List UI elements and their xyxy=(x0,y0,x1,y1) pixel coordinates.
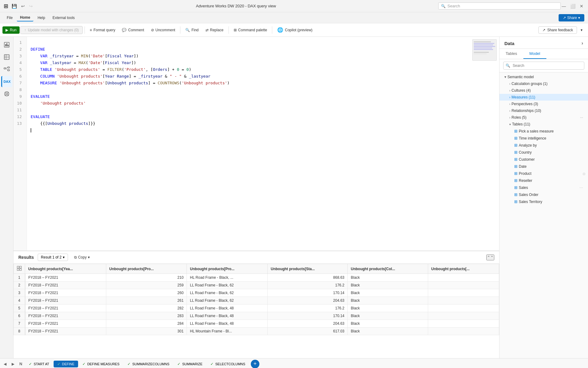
title-search-bar[interactable]: 🔍 Search xyxy=(438,2,561,10)
line-num-7: 7 xyxy=(13,80,24,86)
search-icon: 🔍 xyxy=(441,4,446,8)
cell-standard-cost: 617.03 xyxy=(267,328,348,335)
tree-table-pick-sales[interactable]: ⊞ Pick a sales measure xyxy=(499,128,588,135)
sidebar-table-icon[interactable] xyxy=(1,52,12,63)
find-icon: 🔍 xyxy=(185,28,190,32)
tree-table-reseller[interactable]: ⊞ Reseller xyxy=(499,177,588,184)
query-tab-define-measures[interactable]: ✓DEFINE MEASURES xyxy=(79,361,123,367)
sidebar-plugin-icon[interactable] xyxy=(1,88,12,99)
results-table-wrap[interactable]: Unbought products[Yea... Unbought produc… xyxy=(13,264,499,358)
cell-product-name: LL Road Frame - Black, 48 xyxy=(187,320,268,328)
save-icon[interactable]: 💾 xyxy=(11,3,18,10)
tree-table-country[interactable]: ⊞ Country xyxy=(499,149,588,156)
tree-roles[interactable]: › Roles (5) ··· xyxy=(499,114,588,121)
sales-more-icon[interactable]: ⋯ xyxy=(579,186,583,190)
replace-button[interactable]: ⇄ Replace xyxy=(202,26,227,34)
svg-rect-19 xyxy=(17,266,19,268)
result-selector[interactable]: Result 1 of 2 ▾ xyxy=(38,254,68,261)
tree-table-time-intelligence[interactable]: ⊞ Time intelligence xyxy=(499,135,588,142)
find-button[interactable]: 🔍 Find xyxy=(182,26,202,34)
cell-extra xyxy=(428,305,499,312)
tab-n-btn[interactable]: N xyxy=(17,360,24,368)
share-button[interactable]: ↗ Share ▾ xyxy=(559,14,584,21)
toolbar-expand-btn[interactable]: ▾ xyxy=(578,26,586,34)
undo-icon[interactable]: ↩ xyxy=(20,3,26,10)
uncomment-button[interactable]: ⊘ Uncomment xyxy=(148,26,179,34)
disable-hover-icon[interactable]: ⊝ xyxy=(582,172,586,176)
code-editor[interactable]: 1 2 3 4 5 6 7 8 9 10 11 12 13 DEFINE VAR… xyxy=(13,37,499,251)
svg-rect-21 xyxy=(17,269,19,270)
tree-table-customer[interactable]: ⊞ Customer xyxy=(499,156,588,163)
share-label: Share xyxy=(567,16,577,20)
tree-table-sales[interactable]: ⊞ Sales ⋯ xyxy=(499,184,588,191)
sidebar-report-icon[interactable] xyxy=(1,39,12,50)
code-content[interactable]: DEFINE VAR _firstyear = MIN('Date'[Fisca… xyxy=(27,37,499,251)
redo-icon[interactable]: ↪ xyxy=(28,3,34,10)
query-tab-summarize[interactable]: ✓SUMMARIZE xyxy=(174,361,206,367)
format-query-button[interactable]: ≡ Format query xyxy=(87,26,118,34)
cell-product-id: 210 xyxy=(106,274,187,282)
menu-home[interactable]: Home xyxy=(17,14,33,21)
table-icon-9: ⊞ xyxy=(514,185,518,190)
editor-results: 1 2 3 4 5 6 7 8 9 10 11 12 13 DEFINE VAR… xyxy=(13,37,499,358)
tree-table-sales-order[interactable]: ⊞ Sales Order xyxy=(499,191,588,198)
tab-model[interactable]: Model xyxy=(523,49,546,59)
calc-groups-label: Calculation groups (1) xyxy=(511,82,547,86)
share-feedback-button[interactable]: ↗ Share feedback xyxy=(538,26,577,34)
title-bar-right: — ⬜ ✕ xyxy=(561,3,584,10)
tree-measures[interactable]: › Measures (11) xyxy=(499,94,588,101)
collapse-results-button[interactable]: ⌃⌃ xyxy=(486,255,494,260)
query-tab-define[interactable]: ✓DEFINE xyxy=(54,361,78,367)
tab-tables[interactable]: Tables xyxy=(499,49,523,59)
tree-table-product[interactable]: ⊞ Product xyxy=(499,170,588,177)
update-model-button[interactable]: ↑ Update model with changes (0) xyxy=(20,26,83,34)
row-num: 1 xyxy=(14,274,25,282)
command-palette-button[interactable]: ⊞ Command palette xyxy=(231,26,270,34)
data-panel-expand-icon[interactable]: › xyxy=(582,40,583,46)
copy-button[interactable]: ⧉ Copy ▾ xyxy=(72,254,92,261)
run-button[interactable]: ▶ Run xyxy=(2,26,20,34)
query-tab-selectcolumns[interactable]: ✓SELECTCOLUMNS xyxy=(207,361,249,367)
tree-table-analyze-by[interactable]: ⊞ Analyze by xyxy=(499,142,588,149)
cell-product-name: LL Road Frame - Black, 62 xyxy=(187,297,268,305)
panel-search-icon: 🔍 xyxy=(506,63,510,68)
menu-file[interactable]: File xyxy=(4,14,16,21)
tree-cultures[interactable]: › Cultures (4) xyxy=(499,87,588,94)
tab-next-btn[interactable]: ▶ xyxy=(9,360,17,368)
copilot-button[interactable]: 🌐 Copilot (preview) xyxy=(274,25,315,34)
cell-standard-cost: 170.14 xyxy=(267,312,348,320)
cell-extra xyxy=(428,274,499,282)
sidebar-dax-icon[interactable]: DAX xyxy=(1,76,12,87)
tree-table-sales-territory[interactable]: ⊞ Sales Territory xyxy=(499,198,588,205)
tab-prev-btn[interactable]: ◀ xyxy=(1,360,9,368)
copilot-icon: 🌐 xyxy=(277,27,283,33)
menu-help[interactable]: Help xyxy=(35,14,48,21)
query-tab-start-at[interactable]: ✓START AT xyxy=(25,361,53,367)
tree-relationships[interactable]: › Relationships (10) xyxy=(499,107,588,114)
result-selector-label: Result 1 of 2 xyxy=(41,255,62,259)
uncomment-icon: ⊘ xyxy=(151,28,154,32)
close-btn[interactable]: ✕ xyxy=(579,3,584,10)
minimize-btn[interactable]: — xyxy=(561,3,567,10)
cell-product-name: LL Road Frame - Black, 62 xyxy=(187,282,268,289)
line-num-3: 3 xyxy=(13,53,24,59)
tree-tables[interactable]: ▾ Tables (11) xyxy=(499,121,588,128)
window-title: Adventure Works DW 2020 - DAX query view xyxy=(34,4,438,8)
tree-perspectives[interactable]: › Perspectives (3) xyxy=(499,101,588,107)
comment-button[interactable]: 💬 Comment xyxy=(119,26,147,34)
menu-external-tools[interactable]: External tools xyxy=(49,14,78,21)
roles-more-icon[interactable]: ··· xyxy=(580,115,583,120)
panel-search-input[interactable] xyxy=(503,62,584,70)
sidebar-model-icon[interactable] xyxy=(1,64,12,75)
tree-table-date[interactable]: ⊞ Date xyxy=(499,163,588,170)
tree-semantic-model[interactable]: ▾ Semantic model xyxy=(499,74,588,80)
query-tab-summarizecolumns[interactable]: ✓SUMMARIZECOLUMNS xyxy=(124,361,173,367)
col-header-1: Unbought products[Yea... xyxy=(25,264,106,274)
cell-extra xyxy=(428,297,499,305)
copy-label: Copy xyxy=(78,255,87,259)
panel-search-wrap: 🔍 xyxy=(503,62,584,70)
maximize-btn[interactable]: ⬜ xyxy=(569,3,576,10)
tree-calculation-groups[interactable]: › Calculation groups (1) xyxy=(499,80,588,87)
add-tab-button[interactable]: + xyxy=(251,360,259,368)
share-feedback-label: Share feedback xyxy=(547,28,573,32)
